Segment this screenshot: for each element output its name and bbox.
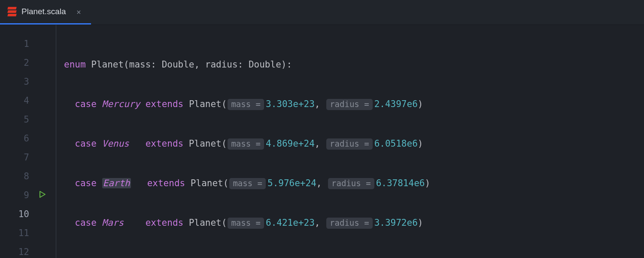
inlay-hint: radius = xyxy=(328,178,374,189)
tab-bar: Planet.scala × xyxy=(0,0,644,25)
line-number: 8 xyxy=(0,167,56,186)
run-icon[interactable] xyxy=(39,186,46,205)
code-line: case Mercury extends Planet(mass =3.303e… xyxy=(56,95,644,114)
line-number: 3 xyxy=(0,72,56,91)
inlay-hint: mass = xyxy=(228,218,264,229)
line-number: 7 xyxy=(0,148,56,167)
inlay-hint: mass = xyxy=(228,138,264,150)
line-number: 11 xyxy=(0,224,56,243)
line-number: 10 xyxy=(0,205,56,224)
code-line xyxy=(56,253,644,258)
scala-icon xyxy=(8,7,16,16)
line-number: 12 xyxy=(0,243,56,258)
code-line: case Earth extends Planet(mass =5.976e+2… xyxy=(56,174,644,193)
inlay-hint: radius = xyxy=(326,99,373,110)
line-number: 9 xyxy=(0,186,56,205)
inlay-hint: radius = xyxy=(326,218,373,229)
line-number: 1 xyxy=(0,34,56,53)
gutter: 123456789101112 xyxy=(0,25,56,258)
file-tab[interactable]: Planet.scala × xyxy=(0,0,91,25)
code-line: case Mars extends Planet(mass =6.421e+23… xyxy=(56,213,644,232)
tab-title: Planet.scala xyxy=(21,7,66,16)
line-number: 6 xyxy=(0,129,56,148)
close-icon[interactable]: × xyxy=(75,7,83,16)
line-number: 5 xyxy=(0,110,56,129)
inlay-hint: mass = xyxy=(229,178,266,189)
line-number: 4 xyxy=(0,91,56,110)
line-number: 2 xyxy=(0,53,56,72)
code-line: enum Planet(mass: Double, radius: Double… xyxy=(56,55,644,74)
inlay-hint: mass = xyxy=(228,99,264,110)
inlay-hint: radius = xyxy=(326,138,373,150)
editor: 123456789101112 enum Planet(mass: Double… xyxy=(0,25,644,258)
code-area[interactable]: enum Planet(mass: Double, radius: Double… xyxy=(56,25,644,258)
code-line: case Venus extends Planet(mass =4.869e+2… xyxy=(56,134,644,153)
